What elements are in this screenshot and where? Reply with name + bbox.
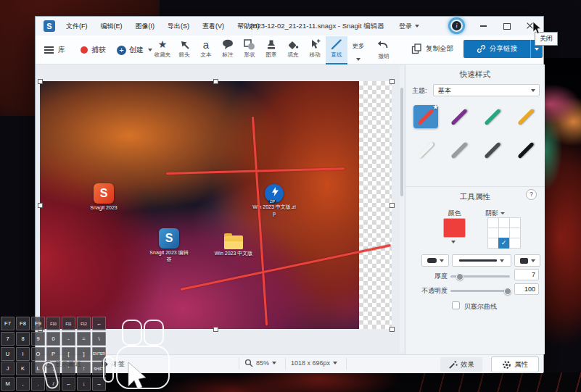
shadow-option-7[interactable]: ✓ — [498, 238, 510, 249]
selection-handle[interactable] — [213, 79, 218, 84]
osk-key-9[interactable]: 9 — [31, 332, 45, 346]
style-swatch-3[interactable] — [514, 105, 538, 128]
shadow-option-5[interactable] — [509, 228, 521, 238]
osk-key-P[interactable]: P — [46, 347, 60, 361]
tool-callout[interactable]: 标注 — [217, 36, 239, 64]
line-end-endpoint-select[interactable] — [514, 254, 540, 267]
plus-circle-icon — [117, 46, 126, 55]
line-start-endpoint-select[interactable] — [421, 254, 449, 267]
bezier-label: 贝塞尔曲线 — [464, 302, 497, 312]
menu-item-1[interactable]: 编辑(E) — [94, 22, 129, 31]
properties-button[interactable]: 属性 — [491, 356, 539, 372]
menu-item-2[interactable]: 图像(I) — [129, 22, 162, 31]
desktop-icon: Snagit 2023 编辑器 — [147, 228, 191, 262]
tool-more[interactable]: 更多 — [347, 36, 369, 64]
shadow-option-2[interactable] — [509, 217, 521, 228]
menu-item-3[interactable]: 导出(S) — [161, 22, 196, 31]
info-icon[interactable] — [448, 17, 465, 34]
shadow-option-8[interactable] — [509, 238, 521, 249]
style-swatch-5[interactable] — [447, 138, 471, 162]
help-icon[interactable] — [526, 189, 537, 200]
style-swatch-2[interactable] — [480, 105, 505, 128]
osk-key-K[interactable]: K — [16, 362, 30, 375]
chevron-down-icon[interactable] — [451, 241, 456, 243]
style-swatch-1[interactable] — [447, 105, 471, 128]
shadow-option-1[interactable] — [498, 217, 510, 228]
osk-key-M[interactable]: M — [1, 377, 15, 391]
style-swatch-0[interactable] — [413, 105, 438, 128]
osk-key-=[interactable]: = — [77, 332, 91, 346]
minimize-button[interactable] — [472, 17, 494, 36]
color-swatch[interactable] — [443, 218, 466, 238]
menu-item-4[interactable]: 查看(V) — [196, 22, 231, 31]
osk-key-↑[interactable]: ↑ — [77, 362, 91, 375]
selection-handle[interactable] — [390, 79, 395, 84]
osk-key-0[interactable]: 0 — [46, 332, 60, 346]
thickness-input[interactable] — [514, 269, 539, 280]
osk-key-J[interactable]: J — [1, 362, 15, 375]
osk-key-8[interactable]: 8 — [16, 332, 30, 346]
tool-fill[interactable]: 填充 — [282, 36, 304, 64]
tool-text[interactable]: a文本 — [195, 36, 217, 64]
capture-button[interactable]: 捕获 — [91, 45, 106, 55]
shadow-option-4[interactable] — [498, 228, 510, 238]
maximize-button[interactable] — [496, 17, 518, 36]
osk-key-][interactable]: ] — [77, 347, 91, 361]
canvas-size-value: 1018 x 696px — [291, 359, 330, 367]
osk-key-F12[interactable]: F12 — [77, 317, 91, 330]
osk-key-U[interactable]: U — [1, 347, 15, 361]
selection-handle[interactable] — [38, 79, 43, 84]
osk-key-F7[interactable]: F7 — [1, 317, 15, 330]
opacity-slider-knob[interactable] — [504, 288, 511, 295]
scrollbar-thumb[interactable] — [400, 88, 403, 196]
style-swatch-4[interactable] — [413, 138, 438, 162]
menu-item-0[interactable]: 文件(F) — [59, 22, 94, 31]
tool-stamp[interactable]: 图章 — [260, 36, 282, 64]
tool-move[interactable]: 移动 — [304, 36, 326, 64]
shadow-option-6[interactable] — [487, 238, 499, 249]
create-button[interactable]: 创建 — [129, 45, 144, 55]
osk-key-O[interactable]: O — [31, 347, 45, 361]
image-selection[interactable]: Snagit 2023Win 2023 中文版.zipSnagit 2023 编… — [40, 81, 392, 329]
tool-arrow[interactable]: 箭头 — [173, 36, 195, 64]
selection-handle[interactable] — [390, 203, 395, 208]
library-button[interactable]: 库 — [58, 45, 65, 55]
osk-key-7[interactable]: 7 — [1, 332, 15, 346]
zoom-control[interactable]: 85% — [244, 359, 276, 367]
osk-key-F8[interactable]: F8 — [16, 317, 30, 330]
thickness-slider-knob[interactable] — [456, 273, 463, 280]
canvas-area[interactable]: Snagit 2023Win 2023 中文版.zipSnagit 2023 编… — [36, 64, 405, 354]
effects-button[interactable]: 效果 — [440, 357, 482, 372]
undo-button[interactable]: 撤销 — [371, 38, 397, 60]
selection-handle[interactable] — [390, 327, 395, 332]
canvas-size-control[interactable]: 1018 x 696px — [291, 359, 337, 367]
shadow-option-3[interactable] — [487, 228, 499, 238]
osk-key-F10[interactable]: F10 — [46, 317, 60, 330]
osk-key-I[interactable]: I — [16, 347, 30, 361]
bezier-checkbox[interactable] — [452, 301, 460, 309]
sign-in-button[interactable]: 登录 — [399, 17, 419, 36]
line-style-select[interactable] — [452, 254, 511, 267]
selection-handle[interactable] — [38, 203, 43, 208]
osk-key-↓[interactable]: ↓ — [77, 377, 91, 391]
theme-select[interactable]: 基本 — [433, 84, 540, 96]
tool-line[interactable]: 直线 — [326, 36, 347, 64]
osk-key-F9[interactable]: F9 — [31, 317, 45, 330]
tool-shape[interactable]: 形状 — [239, 36, 260, 64]
style-swatch-6[interactable] — [480, 138, 505, 162]
opacity-slider[interactable] — [450, 290, 510, 292]
copy-all-button[interactable]: 复制全部 — [411, 43, 453, 54]
canvas-scrollbar[interactable] — [400, 66, 404, 353]
osk-key-F11[interactable]: F11 — [62, 317, 75, 330]
desktop-icon-label: Snagit 2023 — [82, 205, 125, 212]
osk-key-,[interactable]: , — [16, 377, 30, 391]
osk-key-[[interactable]: [ — [62, 347, 75, 361]
tool-favorites[interactable]: ★收藏夹 — [152, 36, 173, 64]
captured-image[interactable]: Snagit 2023Win 2023 中文版.zipSnagit 2023 编… — [40, 81, 359, 329]
osk-key--[interactable]: - — [62, 332, 75, 346]
shadow-option-0[interactable] — [487, 217, 499, 228]
style-swatch-7[interactable] — [514, 138, 538, 162]
hamburger-menu-icon[interactable] — [44, 46, 54, 56]
share-link-button[interactable]: 分享链接 — [463, 40, 530, 58]
opacity-input[interactable] — [514, 283, 539, 295]
